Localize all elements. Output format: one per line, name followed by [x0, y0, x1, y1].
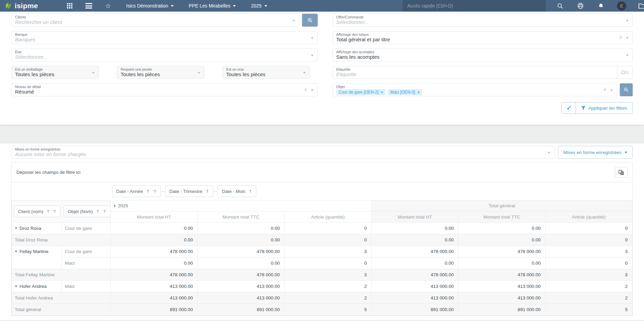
- favorites-star-icon[interactable]: ☆: [104, 1, 112, 10]
- menu-hamburger-icon[interactable]: [84, 1, 93, 10]
- chevron-down-icon[interactable]: [303, 72, 306, 74]
- filter-funnel-icon[interactable]: [53, 210, 57, 213]
- data-cell[interactable]: 0.00: [197, 257, 285, 269]
- affichage-acomptes-field[interactable]: Affichage des acomptes Sans les acomptes: [332, 48, 633, 61]
- chevron-down-icon[interactable]: [626, 55, 629, 56]
- data-cell[interactable]: 5: [285, 304, 372, 316]
- collapse-icon[interactable]: [15, 251, 17, 252]
- remove-tag-icon[interactable]: [417, 90, 420, 94]
- data-cell[interactable]: 413 000.00: [458, 281, 546, 292]
- data-cell[interactable]: 891 000.00: [111, 304, 198, 316]
- data-cell[interactable]: 0: [285, 257, 372, 269]
- site-menu[interactable]: PPE Les Mirabelles: [189, 3, 236, 9]
- column-field-date-trimestre[interactable]: Date - Trimestre ↑: [165, 185, 214, 197]
- data-cell[interactable]: 0.00: [371, 257, 458, 269]
- data-cell[interactable]: 0.00: [371, 234, 458, 246]
- affichage-totaux-field[interactable]: Affichage des totaux Total général et pa…: [332, 31, 633, 44]
- data-cell[interactable]: 413 000.00: [371, 292, 458, 304]
- data-cell[interactable]: 478 000.00: [197, 269, 285, 281]
- niveau-de-detail-field[interactable]: Niveau de détail Résumé: [11, 83, 318, 96]
- data-cell[interactable]: 0.00: [458, 234, 546, 246]
- clear-icon[interactable]: [619, 34, 622, 41]
- data-cell[interactable]: 2: [545, 281, 632, 292]
- row-field-client[interactable]: Client (nom) ↑: [14, 206, 61, 217]
- data-cell[interactable]: 413 000.00: [111, 292, 198, 304]
- column-group-2025[interactable]: 2025: [111, 200, 372, 211]
- data-cell[interactable]: 413 000.00: [197, 281, 285, 292]
- data-cell[interactable]: 2: [285, 292, 372, 304]
- data-cell[interactable]: 3: [285, 246, 372, 257]
- quick-access-input[interactable]: Accès rapide (Ctrl+D): [402, 0, 546, 12]
- etiquette-or-toggle[interactable]: OU: [617, 66, 633, 79]
- company-menu[interactable]: Isics Démonstration: [126, 3, 174, 9]
- user-avatar[interactable]: E: [617, 1, 626, 11]
- clients-field[interactable]: Clients Rechercher un client: [11, 14, 299, 27]
- client-search-button[interactable]: [302, 14, 318, 27]
- data-cell[interactable]: 0: [545, 234, 632, 246]
- data-cell[interactable]: 0.00: [197, 223, 285, 234]
- row-field-objet[interactable]: Objet (Nom) ↑: [64, 206, 110, 217]
- data-cell[interactable]: 891 000.00: [197, 304, 285, 316]
- measure-header[interactable]: Montant total TTC: [458, 211, 546, 223]
- data-cell[interactable]: 0: [285, 234, 372, 246]
- year-menu[interactable]: 2025: [251, 3, 267, 9]
- data-cell[interactable]: 3: [545, 246, 632, 257]
- data-cell[interactable]: 0: [545, 257, 632, 269]
- data-cell[interactable]: 478 000.00: [371, 246, 458, 257]
- data-cell[interactable]: 891 000.00: [458, 304, 546, 316]
- est-un-emballage-field[interactable]: Est un emballage Toutes les pièces: [11, 66, 99, 79]
- data-cell[interactable]: 0.00: [111, 223, 198, 234]
- data-cell[interactable]: 413 000.00: [111, 281, 198, 292]
- folder-icon[interactable]: [638, 1, 644, 10]
- collapse-icon[interactable]: [15, 285, 17, 287]
- apply-filters-button[interactable]: Appliquer les filtres: [576, 102, 632, 113]
- column-field-date-annee[interactable]: Date - Année ↑: [112, 185, 161, 197]
- est-un-vrac-field[interactable]: Est un vrac Toutes les pièces: [222, 66, 310, 79]
- app-logo[interactable]: isipme: [4, 2, 38, 10]
- search-icon[interactable]: [556, 1, 564, 10]
- objet-field[interactable]: Objet Cour de gare [OEN-2] Matz [OEN-3]: [332, 83, 617, 96]
- measure-header[interactable]: Montant total TTC: [197, 211, 285, 223]
- data-cell[interactable]: 3: [285, 269, 372, 281]
- column-field-date-mois[interactable]: Date - Mois ↑: [218, 185, 256, 197]
- data-cell[interactable]: 413 000.00: [197, 292, 285, 304]
- data-cell[interactable]: 0: [285, 223, 372, 234]
- saved-layouts-button[interactable]: Mises en forme enregistrées: [558, 146, 633, 159]
- offre-commande-field[interactable]: Offre/Commande Sélectionner...: [332, 14, 633, 27]
- data-cell[interactable]: 478 000.00: [458, 246, 546, 257]
- data-cell[interactable]: 0.00: [371, 223, 458, 234]
- data-cell[interactable]: 0: [545, 223, 632, 234]
- measure-header[interactable]: Montant total HT: [111, 211, 198, 223]
- measure-header[interactable]: Article (quantité): [545, 211, 632, 223]
- clear-icon[interactable]: [304, 87, 307, 93]
- data-cell[interactable]: 478 000.00: [371, 269, 458, 281]
- field-chooser-button[interactable]: [615, 167, 628, 178]
- chevron-down-icon[interactable]: [311, 89, 314, 91]
- banque-field[interactable]: Banque Banques: [11, 31, 318, 44]
- data-cell[interactable]: 0.00: [111, 257, 198, 269]
- data-cell[interactable]: 478 000.00: [111, 269, 198, 281]
- apps-grid-icon[interactable]: [65, 1, 74, 10]
- chevron-down-icon[interactable]: [197, 72, 200, 74]
- requiert-une-pesee-field[interactable]: Requiert une pesée Toutes les pièces: [117, 66, 204, 79]
- data-cell[interactable]: 478 000.00: [197, 246, 285, 257]
- clear-icon[interactable]: [603, 87, 606, 93]
- data-cell[interactable]: 413 000.00: [371, 281, 458, 292]
- measure-header[interactable]: Montant total HT: [371, 211, 458, 223]
- filter-funnel-icon[interactable]: [103, 210, 107, 213]
- chevron-down-icon[interactable]: [626, 20, 629, 22]
- filter-funnel-icon[interactable]: [153, 190, 157, 193]
- data-cell[interactable]: 413 000.00: [458, 292, 546, 304]
- collapse-icon[interactable]: [15, 227, 17, 229]
- remove-tag-icon[interactable]: [381, 90, 383, 94]
- chevron-down-icon[interactable]: [610, 89, 613, 91]
- chevron-down-icon[interactable]: [311, 55, 314, 56]
- filter-drop-area[interactable]: Déposer les champs de filtre ici: [12, 163, 632, 182]
- etiquette-field[interactable]: Etiquette Etiquette: [332, 66, 617, 79]
- expand-icon[interactable]: [114, 205, 116, 207]
- data-cell[interactable]: 478 000.00: [111, 246, 198, 257]
- data-cell[interactable]: 5: [545, 304, 632, 316]
- objet-search-button[interactable]: [620, 83, 633, 96]
- chevron-down-icon[interactable]: [292, 20, 295, 22]
- chevron-down-icon[interactable]: [311, 37, 314, 39]
